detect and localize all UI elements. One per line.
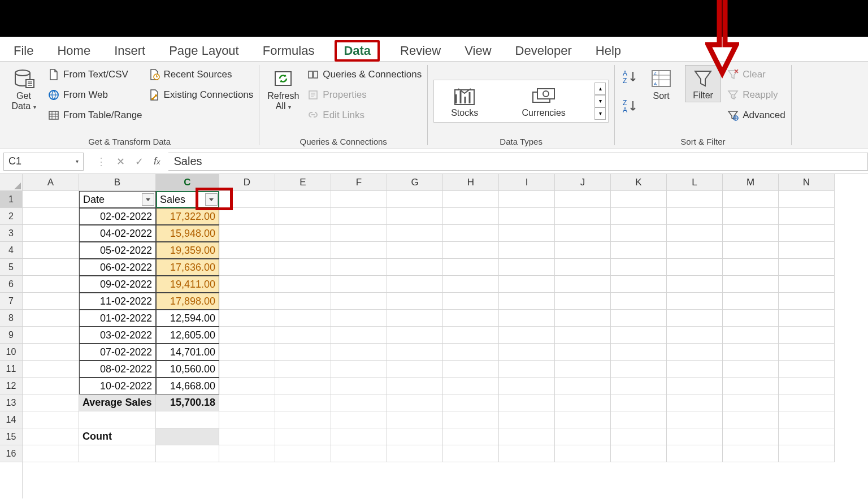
cell-I5[interactable] bbox=[499, 259, 555, 276]
col-header-A[interactable]: A bbox=[23, 174, 79, 191]
cell-F16[interactable] bbox=[331, 445, 387, 462]
row-header-11[interactable]: 11 bbox=[0, 361, 22, 377]
cell-F5[interactable] bbox=[331, 259, 387, 276]
cell-C5[interactable]: 17,636.00 bbox=[156, 259, 219, 276]
cell-I6[interactable] bbox=[499, 276, 555, 293]
existing-connections-button[interactable]: Existing Connections bbox=[148, 85, 254, 105]
cell-K13[interactable] bbox=[611, 394, 667, 411]
cell-D5[interactable] bbox=[219, 259, 275, 276]
grid[interactable]: ABCDEFGHIJKLMN DateSales02-02-202217,322… bbox=[23, 174, 868, 498]
cell-A2[interactable] bbox=[23, 208, 79, 225]
cell-I11[interactable] bbox=[499, 361, 555, 377]
gallery-down-button[interactable]: ▾ bbox=[594, 95, 606, 107]
cell-E11[interactable] bbox=[275, 361, 331, 377]
cell-M5[interactable] bbox=[723, 259, 779, 276]
cell-E16[interactable] bbox=[275, 445, 331, 462]
row-header-3[interactable]: 3 bbox=[0, 225, 22, 242]
cell-B8[interactable]: 01-02-2022 bbox=[79, 310, 156, 327]
select-all-corner[interactable] bbox=[0, 174, 22, 191]
cell-B9[interactable]: 03-02-2022 bbox=[79, 327, 156, 344]
cell-M12[interactable] bbox=[723, 377, 779, 394]
cell-M9[interactable] bbox=[723, 327, 779, 344]
cell-I9[interactable] bbox=[499, 327, 555, 344]
col-header-F[interactable]: F bbox=[331, 174, 387, 191]
sort-desc-button[interactable]: ZA bbox=[620, 98, 637, 117]
cell-M3[interactable] bbox=[723, 225, 779, 242]
cell-H8[interactable] bbox=[443, 310, 499, 327]
cell-B12[interactable]: 10-02-2022 bbox=[79, 377, 156, 394]
cell-A12[interactable] bbox=[23, 377, 79, 394]
cell-G5[interactable] bbox=[387, 259, 443, 276]
gallery-more-button[interactable]: ▾ bbox=[594, 107, 606, 120]
cell-F3[interactable] bbox=[331, 225, 387, 242]
cell-J8[interactable] bbox=[555, 310, 611, 327]
cell-J10[interactable] bbox=[555, 344, 611, 361]
cell-D3[interactable] bbox=[219, 225, 275, 242]
cell-G7[interactable] bbox=[387, 293, 443, 310]
cell-M11[interactable] bbox=[723, 361, 779, 377]
cell-K12[interactable] bbox=[611, 377, 667, 394]
cell-F10[interactable] bbox=[331, 344, 387, 361]
cell-K4[interactable] bbox=[611, 242, 667, 259]
cell-H10[interactable] bbox=[443, 344, 499, 361]
cell-E12[interactable] bbox=[275, 377, 331, 394]
cell-K6[interactable] bbox=[611, 276, 667, 293]
cell-E15[interactable] bbox=[275, 428, 331, 445]
cell-M10[interactable] bbox=[723, 344, 779, 361]
cell-K16[interactable] bbox=[611, 445, 667, 462]
cell-E10[interactable] bbox=[275, 344, 331, 361]
cell-K8[interactable] bbox=[611, 310, 667, 327]
cell-L16[interactable] bbox=[667, 445, 723, 462]
cell-C9[interactable]: 12,605.00 bbox=[156, 327, 219, 344]
cell-L8[interactable] bbox=[667, 310, 723, 327]
name-box[interactable]: C1 ▾ bbox=[3, 153, 84, 171]
cell-B4[interactable]: 05-02-2022 bbox=[79, 242, 156, 259]
queries-connections-button[interactable]: Queries & Connections bbox=[307, 65, 422, 84]
cell-L2[interactable] bbox=[667, 208, 723, 225]
cell-J7[interactable] bbox=[555, 293, 611, 310]
cell-A9[interactable] bbox=[23, 327, 79, 344]
cell-H1[interactable] bbox=[443, 191, 499, 208]
cell-N16[interactable] bbox=[779, 445, 835, 462]
cell-C2[interactable]: 17,322.00 bbox=[156, 208, 219, 225]
cell-D11[interactable] bbox=[219, 361, 275, 377]
cell-H4[interactable] bbox=[443, 242, 499, 259]
cell-H14[interactable] bbox=[443, 411, 499, 428]
cell-K5[interactable] bbox=[611, 259, 667, 276]
tab-developer[interactable]: Developer bbox=[512, 41, 575, 60]
cell-I12[interactable] bbox=[499, 377, 555, 394]
cell-H16[interactable] bbox=[443, 445, 499, 462]
get-data-button[interactable]: Get Data ▾ bbox=[6, 65, 42, 111]
cell-N10[interactable] bbox=[779, 344, 835, 361]
cell-B16[interactable] bbox=[79, 445, 156, 462]
cell-B2[interactable]: 02-02-2022 bbox=[79, 208, 156, 225]
cell-G3[interactable] bbox=[387, 225, 443, 242]
cell-L12[interactable] bbox=[667, 377, 723, 394]
cell-C14[interactable] bbox=[156, 411, 219, 428]
cell-F1[interactable] bbox=[331, 191, 387, 208]
cell-G2[interactable] bbox=[387, 208, 443, 225]
cell-D14[interactable] bbox=[219, 411, 275, 428]
col-header-B[interactable]: B bbox=[79, 174, 156, 191]
cell-J14[interactable] bbox=[555, 411, 611, 428]
cell-H5[interactable] bbox=[443, 259, 499, 276]
cell-A10[interactable] bbox=[23, 344, 79, 361]
cell-L7[interactable] bbox=[667, 293, 723, 310]
cell-E9[interactable] bbox=[275, 327, 331, 344]
cell-G14[interactable] bbox=[387, 411, 443, 428]
cell-D6[interactable] bbox=[219, 276, 275, 293]
cell-L11[interactable] bbox=[667, 361, 723, 377]
cell-G12[interactable] bbox=[387, 377, 443, 394]
col-header-G[interactable]: G bbox=[387, 174, 443, 191]
cell-H9[interactable] bbox=[443, 327, 499, 344]
cell-M4[interactable] bbox=[723, 242, 779, 259]
tab-help[interactable]: Help bbox=[592, 41, 624, 60]
from-web-button[interactable]: From Web bbox=[47, 85, 142, 105]
cell-C15[interactable] bbox=[156, 428, 219, 445]
cell-D1[interactable] bbox=[219, 191, 275, 208]
cell-D13[interactable] bbox=[219, 394, 275, 411]
cell-I15[interactable] bbox=[499, 428, 555, 445]
cell-K9[interactable] bbox=[611, 327, 667, 344]
cell-I8[interactable] bbox=[499, 310, 555, 327]
cell-N1[interactable] bbox=[779, 191, 835, 208]
